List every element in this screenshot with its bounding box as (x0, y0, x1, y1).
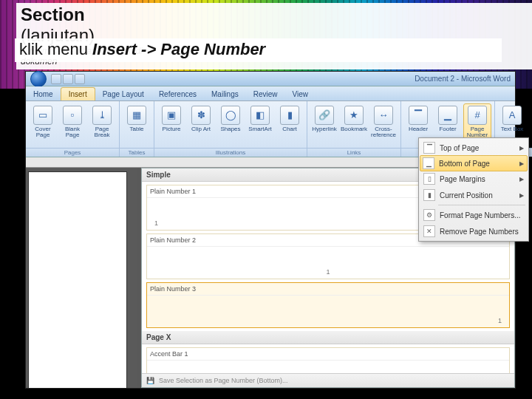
menu-remove-page-numbers[interactable]: ✕Remove Page Numbers (420, 223, 527, 239)
qat-redo-icon[interactable] (75, 74, 85, 84)
page-preview (29, 172, 126, 388)
bookmark-icon: ★ (344, 106, 364, 125)
menu-separator (438, 205, 525, 205)
chevron-right-icon: ▶ (519, 160, 524, 167)
tab-page-layout[interactable]: Page Layout (95, 88, 151, 100)
shapes-button[interactable]: ◯Shapes (216, 103, 245, 145)
hyperlink-button[interactable]: 🔗Hyperlink (310, 103, 338, 145)
window-title: Document 2 - Microsoft Word (415, 75, 511, 83)
page-break-icon: ⤓ (92, 106, 112, 125)
smartart-button[interactable]: ◧SmartArt (246, 103, 274, 145)
group-tables: ▦Table Tables (120, 101, 154, 157)
save-icon: 💾 (146, 377, 154, 384)
document-left (26, 168, 137, 388)
cross-ref-button[interactable]: ↔Cross-reference (369, 103, 398, 145)
menu-format-page-numbers[interactable]: ⚙Format Page Numbers... (420, 207, 527, 223)
format-icon: ⚙ (423, 209, 435, 221)
group-illustrations: ▣Picture ✽Clip Art ◯Shapes ◧SmartArt ▮Ch… (154, 101, 307, 157)
tab-home[interactable]: Home (26, 88, 61, 100)
hyperlink-icon: 🔗 (315, 106, 334, 125)
blank-page-icon: ▫ (63, 106, 82, 125)
ribbon-tabs: Home Insert Page Layout References Maili… (26, 86, 515, 101)
quick-access-toolbar (30, 71, 85, 87)
cross-ref-icon: ↔ (374, 106, 393, 125)
office-button[interactable] (30, 71, 47, 87)
menu-page-margins[interactable]: ▯Page Margins▶ (420, 171, 527, 187)
page-number-icon: # (468, 106, 487, 125)
page-margins-icon: ▯ (423, 173, 435, 185)
clip-art-button[interactable]: ✽Clip Art (187, 103, 215, 145)
menu-top-of-page[interactable]: ▔Top of Page▶ (420, 140, 527, 156)
gallery-header-pagex: Page X (142, 331, 514, 344)
current-position-icon: ▮ (423, 189, 435, 201)
group-pages: ▭Cover Page ▫Blank Page ⤓Page Break Page… (26, 101, 120, 157)
table-button[interactable]: ▦Table (123, 103, 151, 145)
tab-mailings[interactable]: Mailings (204, 88, 246, 100)
clip-art-icon: ✽ (191, 106, 211, 125)
table-icon: ▦ (127, 106, 146, 125)
chevron-right-icon: ▶ (519, 192, 524, 199)
picture-button[interactable]: ▣Picture (157, 103, 185, 145)
text-box-icon: A (502, 106, 522, 125)
menu-current-position[interactable]: ▮Current Position▶ (420, 187, 527, 203)
page-top-icon: ▔ (423, 142, 435, 154)
tab-insert[interactable]: Insert (61, 87, 95, 100)
chart-button[interactable]: ▮Chart (276, 103, 304, 145)
tab-view[interactable]: View (285, 88, 316, 100)
shapes-icon: ◯ (221, 106, 240, 125)
titlebar: Document 2 - Microsoft Word (26, 72, 515, 86)
header-icon: ▔ (409, 106, 428, 125)
chevron-right-icon: ▶ (519, 176, 524, 183)
group-links: 🔗Hyperlink ★Bookmark ↔Cross-reference Li… (307, 101, 401, 157)
tab-review[interactable]: Review (246, 88, 285, 100)
qat-undo-icon[interactable] (63, 74, 73, 84)
slide-instruction: klik menu Insert -> Page Number (15, 38, 502, 62)
qat-save-icon[interactable] (51, 74, 61, 84)
chart-icon: ▮ (280, 106, 299, 125)
menu-bottom-of-page[interactable]: ▁Bottom of Page▶ (420, 155, 528, 171)
blank-page-button[interactable]: ▫Blank Page (58, 103, 86, 145)
footer-icon: ▁ (438, 106, 457, 125)
smartart-icon: ◧ (250, 106, 270, 125)
cover-page-button[interactable]: ▭Cover Page (29, 103, 57, 145)
page-number-menu: ▔Top of Page▶ ▁Bottom of Page▶ ▯Page Mar… (418, 137, 529, 242)
remove-icon: ✕ (423, 225, 435, 237)
tab-references[interactable]: References (151, 88, 204, 100)
gallery-item-plain-3[interactable]: Plain Number 3 1 (146, 282, 510, 328)
gallery-footer[interactable]: 💾 Save Selection as Page Number (Bottom)… (142, 373, 514, 387)
page-bottom-icon: ▁ (423, 157, 434, 169)
bookmark-button[interactable]: ★Bookmark (340, 103, 368, 145)
chevron-right-icon: ▶ (519, 145, 524, 151)
cover-page-icon: ▭ (33, 106, 52, 125)
page-break-button[interactable]: ⤓Page Break (88, 103, 116, 145)
picture-icon: ▣ (162, 106, 181, 125)
